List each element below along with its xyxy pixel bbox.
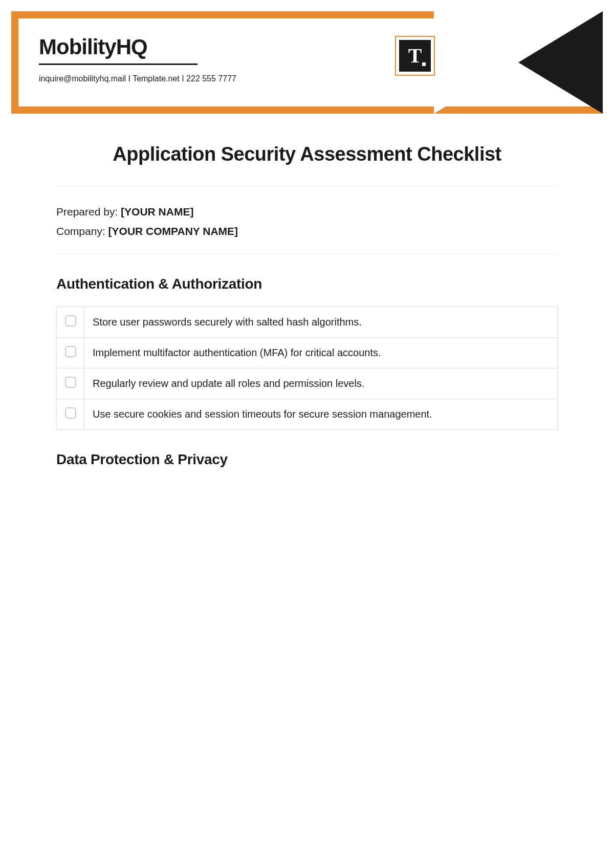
checklist-table-auth: Store user passwords securely with salte… [56, 307, 558, 430]
document-content: Application Security Assessment Checklis… [56, 143, 558, 482]
checklist-row: Implement multifactor authentication (MF… [57, 338, 558, 368]
logo-dot-icon [422, 62, 426, 66]
border-left [11, 11, 18, 114]
checkbox-icon[interactable] [65, 346, 76, 357]
checklist-item-text: Store user passwords securely with salte… [84, 307, 558, 338]
checklist-row: Store user passwords securely with salte… [57, 307, 558, 338]
prepared-by-label: Prepared by: [56, 206, 121, 218]
prepared-by-row: Prepared by: [YOUR NAME] [56, 206, 558, 218]
checkbox-cell [57, 338, 84, 368]
section-heading-data: Data Protection & Privacy [56, 451, 558, 468]
checklist-item-text: Implement multifactor authentication (MF… [84, 338, 558, 368]
corner-decoration-white [434, 11, 603, 114]
company-label: Company: [56, 225, 108, 237]
checkbox-cell [57, 307, 84, 338]
company-value: [YOUR COMPANY NAME] [108, 225, 238, 237]
checkbox-cell [57, 368, 84, 399]
prepared-by-value: [YOUR NAME] [121, 206, 193, 218]
document-title: Application Security Assessment Checklis… [56, 143, 558, 165]
meta-block: Prepared by: [YOUR NAME] Company: [YOUR … [56, 206, 558, 237]
company-row: Company: [YOUR COMPANY NAME] [56, 225, 558, 237]
logo: T [395, 36, 435, 76]
logo-letter: T [408, 46, 422, 66]
checklist-row: Use secure cookies and session timeouts … [57, 399, 558, 430]
section-heading-auth: Authentication & Authorization [56, 276, 558, 292]
checkbox-icon[interactable] [65, 377, 76, 388]
checkbox-icon[interactable] [65, 407, 76, 419]
checkbox-cell [57, 399, 84, 430]
divider [56, 254, 558, 254]
checklist-item-text: Regularly review and update all roles an… [84, 368, 558, 399]
checklist-row: Regularly review and update all roles an… [57, 368, 558, 399]
brand-underline [39, 63, 198, 65]
logo-inner: T [399, 40, 431, 72]
divider [56, 186, 558, 186]
checklist-item-text: Use secure cookies and session timeouts … [84, 399, 558, 430]
checkbox-icon[interactable] [65, 315, 76, 327]
